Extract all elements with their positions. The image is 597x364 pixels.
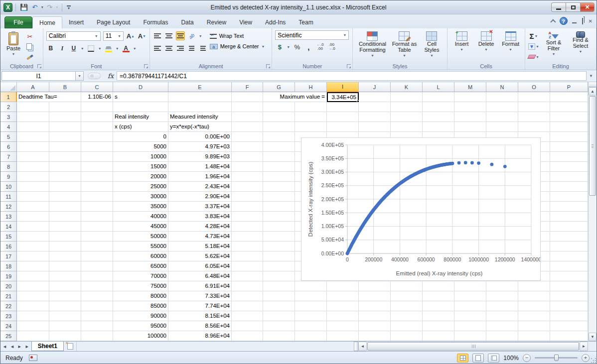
cell-B23[interactable] [49, 311, 81, 321]
cell-E8[interactable]: 1.48E+04 [168, 162, 232, 172]
prev-sheet-icon[interactable]: ◄ [10, 344, 14, 349]
orientation-icon[interactable]: ab [187, 31, 196, 40]
cell-G23[interactable] [263, 311, 295, 321]
cell-J3[interactable] [359, 112, 391, 122]
column-header-J[interactable]: J [359, 82, 391, 92]
cell-A6[interactable] [17, 142, 49, 152]
cell-G10[interactable] [263, 182, 295, 192]
row-header-14[interactable]: 14 [0, 222, 17, 232]
cell-I2[interactable] [327, 102, 359, 112]
column-header-G[interactable]: G [263, 82, 295, 92]
underline-icon[interactable]: U [69, 44, 78, 53]
last-sheet-icon[interactable]: ► [25, 344, 29, 349]
row-header-6[interactable]: 6 [0, 142, 17, 152]
cell-F10[interactable] [232, 182, 263, 192]
cell-G4[interactable] [263, 122, 295, 132]
tab-review[interactable]: Review [200, 16, 233, 28]
cell-P20[interactable] [550, 281, 588, 291]
cell-D13[interactable]: 40000 [113, 212, 168, 222]
autosum-icon[interactable]: Σ▼ [528, 31, 539, 40]
align-left-icon[interactable] [153, 44, 162, 53]
paste-button[interactable]: Paste ▼ [3, 30, 23, 62]
delete-cells-button[interactable]: ✕ Delete▼ [475, 30, 497, 62]
cell-E7[interactable]: 9.89E+03 [168, 152, 232, 162]
cell-P18[interactable] [550, 261, 588, 271]
cell-E2[interactable] [168, 102, 232, 112]
cell-C24[interactable] [81, 321, 113, 331]
cell-H4[interactable] [295, 122, 327, 132]
cell-F7[interactable] [232, 152, 263, 162]
cell-G6[interactable] [263, 142, 295, 152]
conditional-formatting-button[interactable]: Conditional Formatting▼ [356, 30, 389, 62]
next-sheet-icon[interactable]: ► [17, 344, 22, 349]
cell-A18[interactable] [17, 261, 49, 271]
font-color-icon[interactable]: A [122, 44, 131, 53]
cell-A21[interactable] [17, 291, 49, 301]
cell-B7[interactable] [49, 152, 81, 162]
column-header-K[interactable]: K [391, 82, 423, 92]
cell-E4[interactable]: y=x*exp(-x*tau) [168, 122, 232, 132]
cell-D17[interactable]: 60000 [113, 251, 168, 261]
cell-D18[interactable]: 65000 [113, 261, 168, 271]
row-header-9[interactable]: 9 [0, 172, 17, 182]
column-header-O[interactable]: O [518, 82, 550, 92]
zoom-slider[interactable] [535, 357, 578, 359]
doc-restore-icon[interactable] [581, 18, 584, 24]
find-select-button[interactable]: Find & Select▼ [568, 30, 593, 62]
cell-A25[interactable] [17, 331, 49, 341]
cell-D12[interactable]: 35000 [113, 202, 168, 212]
cell-F6[interactable] [232, 142, 263, 152]
cell-G19[interactable] [263, 271, 295, 281]
cell-C22[interactable] [81, 301, 113, 311]
cell-D15[interactable]: 50000 [113, 232, 168, 242]
row-header-21[interactable]: 21 [0, 291, 17, 301]
cell-C9[interactable] [81, 172, 113, 182]
cell-B25[interactable] [49, 331, 81, 341]
cell-I21[interactable] [327, 291, 359, 301]
tab-page-layout[interactable]: Page Layout [90, 16, 137, 28]
cell-M2[interactable] [454, 102, 486, 112]
cell-D21[interactable]: 80000 [113, 291, 168, 301]
cell-C3[interactable] [81, 112, 113, 122]
format-painter-icon[interactable] [25, 53, 34, 62]
cell-E1[interactable] [168, 92, 232, 102]
cell-N24[interactable] [486, 321, 518, 331]
cell-M21[interactable] [454, 291, 486, 301]
cell-M20[interactable] [454, 281, 486, 291]
cell-G7[interactable] [263, 152, 295, 162]
cell-B15[interactable] [49, 232, 81, 242]
cell-H24[interactable] [295, 321, 327, 331]
cell-P3[interactable] [550, 112, 588, 122]
column-header-E[interactable]: E [168, 82, 232, 92]
column-header-N[interactable]: N [486, 82, 518, 92]
cell-P7[interactable] [550, 152, 588, 162]
cell-E16[interactable]: 5.18E+04 [168, 242, 232, 251]
cell-A7[interactable] [17, 152, 49, 162]
cell-F12[interactable] [232, 202, 263, 212]
zoom-in-icon[interactable]: + [582, 354, 590, 362]
cell-J2[interactable] [359, 102, 391, 112]
cell-B18[interactable] [49, 261, 81, 271]
cell-P6[interactable] [550, 142, 588, 152]
cell-O23[interactable] [518, 311, 550, 321]
cell-G2[interactable] [263, 102, 295, 112]
copy-icon[interactable] [25, 43, 34, 52]
cell-I3[interactable] [327, 112, 359, 122]
cell-E11[interactable]: 2.90E+04 [168, 192, 232, 202]
cell-L3[interactable] [423, 112, 454, 122]
cell-F8[interactable] [232, 162, 263, 172]
tab-home[interactable]: Home [32, 16, 62, 28]
cell-C13[interactable] [81, 212, 113, 222]
cell-H25[interactable] [295, 331, 327, 341]
cell-D25[interactable]: 100000 [113, 331, 168, 341]
cell-G17[interactable] [263, 251, 295, 261]
cell-F21[interactable] [232, 291, 263, 301]
cell-F17[interactable] [232, 251, 263, 261]
cell-P11[interactable] [550, 192, 588, 202]
row-header-17[interactable]: 17 [0, 251, 17, 261]
sort-filter-button[interactable]: AZ Sort & Filter▼ [541, 30, 566, 62]
cell-F24[interactable] [232, 321, 263, 331]
cell-J20[interactable] [359, 281, 391, 291]
borders-icon[interactable] [87, 44, 96, 53]
cell-M1[interactable] [454, 92, 486, 102]
